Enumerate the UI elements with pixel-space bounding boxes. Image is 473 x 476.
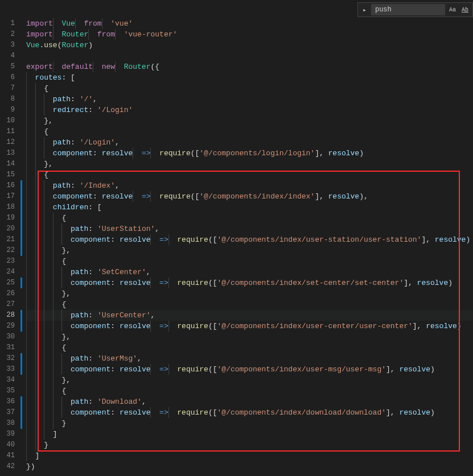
line-number: 30 [0,332,15,342]
code-line[interactable]: { [26,342,473,353]
code-line[interactable]: { [26,126,473,137]
change-bar [20,213,22,223]
code-editor: { "find": { "value": "push", "expand_gly… [0,0,473,476]
code-line[interactable]: { [26,83,473,94]
change-bar [20,234,22,245]
line-number: 4 [0,51,15,61]
line-number: 32 [0,353,15,364]
code-line[interactable]: path: '/', [26,94,473,105]
code-line[interactable]: routes: [ [26,72,473,83]
line-number: 37 [0,407,15,418]
line-number: 15 [0,169,15,180]
code-line[interactable]: { [26,386,473,396]
change-bar [20,245,22,256]
find-input[interactable] [371,4,445,15]
code-line[interactable]: redirect: '/Login' [26,105,473,115]
change-bar [20,278,22,288]
find-match-case[interactable]: Aa [447,6,458,14]
line-number: 17 [0,191,15,202]
code-line[interactable]: export default new Router({ [26,61,473,72]
change-bar [20,202,22,213]
line-number: 31 [0,342,15,353]
code-line[interactable]: }, [26,245,473,256]
code-area[interactable]: import Vue from 'vue'import Router from … [26,18,473,472]
code-line[interactable]: component: resolve => require(['@/compon… [26,191,473,202]
code-line[interactable]: path: 'SetCenter', [26,267,473,278]
line-number: 38 [0,418,15,429]
change-bar [20,353,22,364]
line-number: 35 [0,386,15,396]
line-number: 16 [0,180,15,191]
code-line[interactable]: }, [26,115,473,126]
line-number: 10 [0,115,15,126]
line-number: 23 [0,256,15,267]
code-line[interactable]: } [26,418,473,429]
line-number: 12 [0,137,15,148]
code-line[interactable]: import Vue from 'vue' [26,18,473,29]
code-line[interactable]: ] [26,450,473,461]
line-number: 25 [0,278,15,288]
change-bar [20,310,22,321]
line-number: 39 [0,429,15,440]
code-line[interactable]: }) [26,461,473,472]
line-number: 2 [0,29,15,40]
line-number: 42 [0,461,15,472]
line-number: 28 [0,310,15,321]
code-line[interactable]: component: resolve => require(['@/compon… [26,148,473,159]
line-number: 29 [0,321,15,332]
code-line[interactable]: { [26,299,473,310]
change-bar [20,223,22,234]
code-line[interactable]: { [26,213,473,223]
code-line[interactable]: Vue.use(Router) [26,40,473,51]
line-number: 3 [0,40,15,51]
line-number: 1 [0,18,15,29]
code-line[interactable]: component: resolve => require(['@/compon… [26,234,473,245]
line-number: 11 [0,126,15,137]
code-line[interactable]: import Router from 'vue-router' [26,29,473,40]
change-bar [20,180,22,191]
line-number: 20 [0,223,15,234]
code-line[interactable]: component: resolve => require(['@/compon… [26,321,473,332]
code-line[interactable]: path: 'UserStation', [26,223,473,234]
code-line[interactable]: { [26,256,473,267]
line-number: 34 [0,375,15,386]
change-bar [20,418,22,429]
code-line[interactable]: path: 'Download', [26,396,473,407]
find-expand-icon[interactable]: ▸ [360,6,369,14]
find-widget[interactable]: ▸ Aa Ab [357,2,473,17]
code-line[interactable]: }, [26,375,473,386]
change-bar [20,396,22,407]
find-match-word[interactable]: Ab [460,6,470,14]
code-line[interactable]: ] [26,429,473,440]
line-number-gutter: 1234567891011121314151617181920212223242… [0,18,20,472]
code-line[interactable]: path: 'UserCenter', [26,310,473,321]
code-line[interactable]: component: resolve => require(['@/compon… [26,364,473,375]
code-line[interactable]: }, [26,288,473,299]
code-line[interactable]: path: 'UserMsg', [26,353,473,364]
line-number: 26 [0,288,15,299]
code-line[interactable]: children: [ [26,202,473,213]
code-line[interactable]: component: resolve => require(['@/compon… [26,278,473,288]
line-number: 5 [0,61,15,72]
line-number: 19 [0,213,15,223]
line-number: 21 [0,234,15,245]
line-number: 9 [0,105,15,115]
code-line[interactable]: } [26,440,473,450]
line-number: 22 [0,245,15,256]
line-number: 41 [0,450,15,461]
code-line[interactable]: }, [26,159,473,169]
line-number: 13 [0,148,15,159]
change-bar [20,407,22,418]
code-line[interactable]: { [26,169,473,180]
change-bar [20,191,22,202]
line-number: 40 [0,440,15,450]
line-number: 18 [0,202,15,213]
code-line[interactable]: path: '/Login', [26,137,473,148]
code-line[interactable]: }, [26,332,473,342]
code-line[interactable]: component: resolve => require(['@/compon… [26,407,473,418]
code-line[interactable]: path: '/Index', [26,180,473,191]
line-number: 36 [0,396,15,407]
line-number: 8 [0,94,15,105]
code-line[interactable] [26,51,473,61]
change-bar [20,321,22,332]
